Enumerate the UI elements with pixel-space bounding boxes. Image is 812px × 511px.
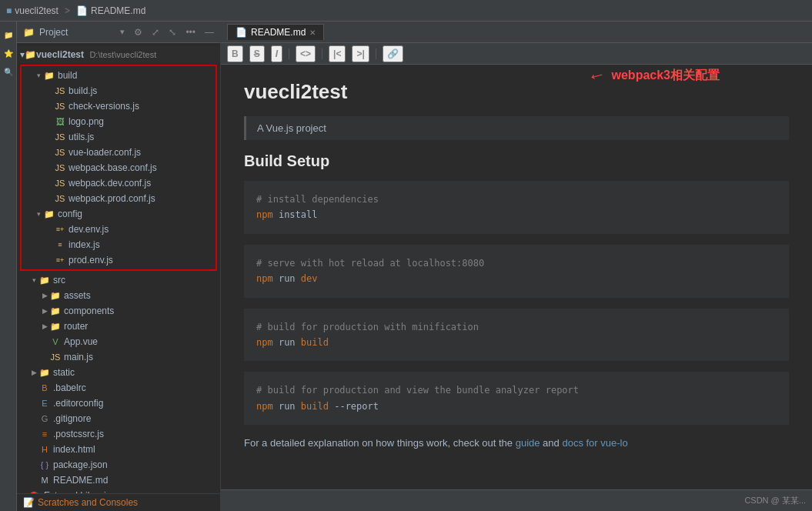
assets-folder[interactable]: ▶ 📁 assets	[17, 288, 220, 303]
components-icon: 📁	[49, 306, 62, 316]
code-button[interactable]: <>	[296, 45, 316, 62]
tree-item-webpack-dev[interactable]: JS webpack.dev.conf.js	[22, 175, 216, 191]
bold-button[interactable]: B	[227, 45, 243, 62]
js-icon-4: JS	[54, 162, 66, 173]
editorconfig-label: .editorconfig	[53, 398, 103, 409]
build-folder[interactable]: ▾ 📁 build	[22, 68, 216, 83]
red-arrow: →	[584, 65, 607, 89]
postcss-file[interactable]: ≡ .postcssrc.js	[17, 426, 220, 442]
js-icon-3: JS	[54, 147, 66, 158]
src-label: src	[53, 275, 65, 286]
editor-area: 📄 README.md ✕ B S I <> |< >| 🔗 → webpack…	[221, 22, 812, 511]
tab-close-button[interactable]: ✕	[309, 28, 316, 37]
project-panel-title: Project	[39, 27, 68, 38]
readme-tab[interactable]: 📄 README.md ✕	[227, 24, 324, 40]
gear-icon[interactable]: ⚙	[134, 27, 142, 38]
static-folder[interactable]: ▶ 📁 static	[17, 365, 220, 380]
sidebar-strip: 📁 ⭐ 🔍	[0, 22, 17, 511]
main-js[interactable]: JS main.js	[17, 349, 220, 365]
editorconfig-file[interactable]: E .editorconfig	[17, 396, 220, 411]
tree-item-prod-env[interactable]: ≡+ prod.env.js	[22, 252, 216, 268]
tree-item-vue-loader[interactable]: JS vue-loader.conf.js	[22, 145, 216, 160]
config-folder[interactable]: ▾ 📁 config	[22, 206, 216, 222]
item-label-dev-env: dev.env.js	[69, 224, 109, 235]
format-divider-1	[289, 48, 289, 59]
align-right-button[interactable]: >|	[352, 45, 369, 62]
format-divider-2	[322, 48, 322, 59]
postcss-label: .postcssrc.js	[53, 429, 104, 439]
scratches-consoles[interactable]: 📝 Scratches and Consoles	[17, 493, 220, 511]
src-folder[interactable]: ▾ 📁 src	[17, 272, 220, 288]
code-comment-2: # build for production with minification	[256, 319, 777, 335]
docs-link[interactable]: docs for vue-lo	[562, 437, 627, 449]
external-libraries[interactable]: ▶ 📚 External Libraries	[17, 488, 220, 493]
project-tree[interactable]: ▾ 📁 vuecli2test D:\test\vuecli2test ▾ 📁 …	[17, 43, 220, 493]
babelrc-file[interactable]: B .babelrc	[17, 380, 220, 396]
tree-item-build-js[interactable]: JS build.js	[22, 83, 216, 99]
assets-label: assets	[64, 290, 91, 301]
router-folder[interactable]: ▶ 📁 router	[17, 319, 220, 334]
code-block-build: # build for production with minification…	[244, 309, 789, 362]
project-panel-chevron[interactable]: ▾	[120, 27, 125, 37]
guide-link[interactable]: guide	[516, 437, 540, 449]
watermark: CSDN @ 某某...	[744, 495, 806, 506]
project-panel: 📁 Project ▾ ⚙ ⤢ ⤡ ••• — ▾ 📁 vuecli2test …	[17, 22, 221, 511]
code-cmd-1: npm run dev	[256, 271, 777, 286]
readme-md-file[interactable]: M README.md	[17, 473, 220, 488]
item-label-webpack-dev: webpack.dev.conf.js	[69, 178, 151, 189]
babelrc-label: .babelrc	[53, 382, 86, 393]
router-label: router	[64, 321, 88, 332]
tree-item-webpack-prod[interactable]: JS webpack.prod.conf.js	[22, 191, 216, 206]
tree-item-utils[interactable]: JS utils.js	[22, 129, 216, 145]
components-label: components	[64, 306, 114, 316]
code-block-report: # build for production and view the bund…	[244, 372, 789, 425]
link-button[interactable]: 🔗	[383, 45, 403, 62]
js-icon-0: JS	[54, 85, 66, 96]
item-label-vue-loader: vue-loader.conf.js	[69, 147, 141, 158]
scratches-icon: 📝	[23, 497, 35, 508]
editor-tab-bar: 📄 README.md ✕	[221, 22, 812, 43]
tree-item-index-conf[interactable]: ≡ index.js	[22, 237, 216, 252]
annotation-area: → webpack3相关配置	[587, 65, 720, 86]
more-icon[interactable]: •••	[185, 27, 195, 38]
tree-root[interactable]: ▾ 📁 vuecli2test D:\test\vuecli2test	[17, 46, 220, 63]
build-arrow: ▾	[34, 72, 43, 79]
gitignore-label: .gitignore	[53, 413, 91, 424]
components-folder[interactable]: ▶ 📁 components	[17, 303, 220, 319]
sidebar-icon-3[interactable]: 🔍	[2, 65, 15, 78]
tree-item-check-versions[interactable]: JS check-versions.js	[22, 99, 216, 114]
item-label-logo: logo.png	[69, 116, 104, 127]
static-folder-icon: 📁	[38, 367, 51, 378]
build-folder-icon: 📁	[43, 70, 55, 81]
tree-item-logo[interactable]: 🖼 logo.png	[22, 114, 216, 129]
gitignore-file[interactable]: G .gitignore	[17, 411, 220, 426]
main-layout: 📁 ⭐ 🔍 📁 Project ▾ ⚙ ⤢ ⤡ ••• — ▾ 📁 vuecli…	[0, 22, 812, 511]
sidebar-project-icon[interactable]: 📁	[2, 28, 15, 42]
markdown-content: → webpack3相关配置 vuecli2test A Vue.js proj…	[221, 65, 812, 489]
config-label: config	[58, 209, 82, 219]
italic-button[interactable]: I	[271, 45, 282, 62]
expand-icon[interactable]: ⤢	[152, 27, 159, 38]
conf-icon-0: ≡+	[54, 224, 66, 235]
shrink-icon[interactable]: ⤡	[169, 27, 176, 38]
config-arrow: ▾	[34, 210, 43, 218]
router-icon: 📁	[49, 321, 62, 332]
vue-icon: V	[49, 336, 62, 347]
conf-icon-1: ≡	[54, 239, 66, 250]
code-cmd-2: npm run build	[256, 335, 777, 350]
app-vue[interactable]: V App.vue	[17, 334, 220, 349]
item-label-webpack-prod: webpack.prod.conf.js	[69, 193, 155, 204]
package-json-file[interactable]: { } package.json	[17, 457, 220, 473]
code-cmd-3: npm run build --report	[256, 399, 777, 414]
align-left-button[interactable]: |<	[329, 45, 346, 62]
minimize-icon[interactable]: —	[205, 27, 214, 38]
tree-item-webpack-base[interactable]: JS webpack.base.conf.js	[22, 160, 216, 175]
tree-item-dev-env[interactable]: ≡+ dev.env.js	[22, 222, 216, 237]
index-html-file[interactable]: H index.html	[17, 442, 220, 457]
bottom-bar: CSDN @ 某某...	[221, 489, 812, 511]
strikethrough-button[interactable]: S	[249, 45, 265, 62]
sidebar-icon-2[interactable]: ⭐	[2, 46, 15, 60]
md-blockquote: A Vue.js project	[244, 116, 789, 140]
item-label-index-conf: index.js	[69, 239, 100, 250]
html-icon: H	[38, 444, 51, 455]
